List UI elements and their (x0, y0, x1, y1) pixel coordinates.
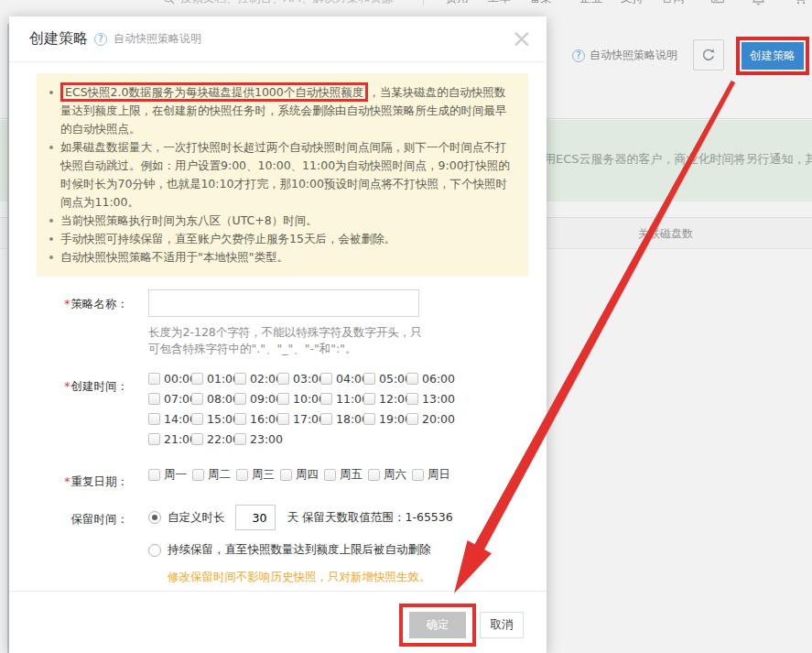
time-checkbox-0700[interactable]: 07:00 (148, 392, 191, 406)
time-checkbox-1900[interactable]: 19:00 (363, 412, 406, 426)
time-checkbox-1700[interactable]: 17:00 (277, 412, 320, 426)
ok-button[interactable]: 确定 (409, 612, 466, 638)
day-checkbox-tue[interactable]: 周二 (192, 467, 236, 483)
checkbox-icon (191, 433, 203, 445)
time-checkbox-1500[interactable]: 15:00 (191, 412, 234, 426)
checkbox-icon (191, 373, 203, 385)
policy-name-input[interactable] (148, 289, 419, 317)
checkbox-icon (363, 373, 375, 385)
time-checkbox-2100[interactable]: 21:00 (148, 432, 191, 446)
notice-item: ECS快照2.0数据服务为每块磁盘提供1000个自动快照额度，当某块磁盘的自动快… (48, 83, 514, 138)
policy-name-hint: 长度为2-128个字符，不能以特殊字符及数字开头，只可包含特殊字符中的"."、"… (148, 324, 432, 357)
time-checkbox-2000[interactable]: 20:00 (406, 412, 449, 426)
cancel-button[interactable]: 取消 (480, 612, 524, 638)
checkbox-icon (320, 373, 332, 385)
time-checkbox-1000[interactable]: 10:00 (277, 392, 320, 406)
checkbox-icon (191, 393, 203, 405)
radio-keep-forever[interactable] (148, 544, 161, 557)
notice-item: 当前快照策略执行时间为东八区（UTC+8）时间。 (48, 212, 514, 230)
question-icon: ? (94, 33, 107, 46)
modal-header: 创建策略 ? 自动快照策略说明 × (9, 16, 547, 62)
checkbox-icon (406, 373, 418, 385)
time-checkbox-0600[interactable]: 06:00 (406, 372, 449, 386)
checkbox-icon (320, 413, 332, 425)
retention-warning: 修改保留时间不影响历史快照，只对新增快照生效。 (168, 570, 453, 585)
checkbox-icon (320, 393, 332, 405)
checkbox-icon (234, 373, 246, 385)
checkbox-icon (148, 373, 160, 385)
retention-days-input[interactable] (235, 505, 276, 530)
notice-box: ECS快照2.0数据服务为每块磁盘提供1000个自动快照额度，当某块磁盘的自动快… (37, 73, 528, 277)
checkbox-icon (148, 413, 160, 425)
notice-item: 自动快照快照策略不适用于"本地快照"类型。 (48, 248, 514, 267)
checkbox-icon (363, 393, 375, 405)
annotation-box-ok: 确定 (399, 604, 476, 647)
annotation-box-quota: ECS快照2.0数据服务为每块磁盘提供1000个自动快照额度 (60, 82, 368, 102)
time-checkbox-0100[interactable]: 01:00 (191, 372, 234, 386)
checkbox-icon (148, 469, 160, 481)
screen: 搜索文档、控制台、API、解决方案和资源 费用 工单 备案 企业 支持 官网 ?… (0, 0, 812, 653)
checkbox-icon (191, 413, 203, 425)
day-checkbox-fri[interactable]: 周五 (324, 467, 368, 483)
create-policy-modal: 创建策略 ? 自动快照策略说明 × ECS快照2.0数据服务为每块磁盘提供100… (9, 16, 547, 653)
modal-help-link[interactable]: 自动快照策略说明 (114, 31, 201, 47)
time-checkbox-0000[interactable]: 00:00 (148, 372, 191, 386)
time-checkbox-0300[interactable]: 03:00 (277, 372, 320, 386)
modal-title: 创建策略 (29, 29, 88, 49)
modal-footer: 确定 取消 (9, 591, 547, 647)
time-checkbox-1300[interactable]: 13:00 (406, 392, 449, 406)
checkbox-icon (234, 433, 246, 445)
time-checkbox-2200[interactable]: 22:00 (191, 432, 234, 446)
checkbox-icon (148, 433, 160, 445)
checkbox-icon (236, 469, 248, 481)
checkbox-icon (368, 469, 380, 481)
time-checkbox-0200[interactable]: 02:00 (234, 372, 277, 386)
checkbox-icon (363, 413, 375, 425)
radio-custom-duration[interactable] (148, 511, 161, 524)
checkbox-icon (277, 393, 289, 405)
day-checkbox-wed[interactable]: 周三 (236, 467, 280, 483)
policy-form: *策略名称： 长度为2-128个字符，不能以特殊字符及数字开头，只可包含特殊字符… (9, 289, 547, 585)
notice-item: 如果磁盘数据量大，一次打快照时长超过两个自动快照时间点间隔，则下一个时间点不打快… (48, 138, 514, 212)
day-checkbox-thu[interactable]: 周四 (280, 467, 324, 483)
checkbox-icon (324, 469, 336, 481)
close-icon[interactable]: × (511, 24, 532, 53)
checkbox-icon (277, 373, 289, 385)
day-checkbox-sun[interactable]: 周日 (412, 467, 456, 483)
time-checkbox-1100[interactable]: 11:00 (320, 392, 363, 406)
time-checkbox-1600[interactable]: 16:00 (234, 412, 277, 426)
time-checkbox-1200[interactable]: 12:00 (363, 392, 406, 406)
time-checkbox-2300[interactable]: 23:00 (234, 432, 277, 446)
time-checkbox-0900[interactable]: 09:00 (234, 392, 277, 406)
time-checkbox-1400[interactable]: 14:00 (148, 412, 191, 426)
notice-item: 手动快照可持续保留，直至账户欠费停止服务15天后，会被删除。 (48, 230, 514, 248)
policy-name-label: *策略名称： (9, 289, 128, 357)
checkbox-icon (148, 393, 160, 405)
checkbox-icon (234, 413, 246, 425)
time-checkbox-0400[interactable]: 04:00 (320, 372, 363, 386)
create-time-label: *创建时间： (9, 372, 128, 452)
checkbox-icon (412, 469, 424, 481)
checkbox-icon (234, 393, 246, 405)
checkbox-icon (280, 469, 292, 481)
retention-label: 保留时间： (9, 505, 128, 585)
repeat-date-label: *重复日期： (9, 467, 128, 490)
checkbox-icon (406, 413, 418, 425)
time-checkbox-0800[interactable]: 08:00 (191, 392, 234, 406)
day-checkbox-sat[interactable]: 周六 (368, 467, 412, 483)
time-checkbox-1800[interactable]: 18:00 (320, 412, 363, 426)
day-checkbox-mon[interactable]: 周一 (148, 467, 192, 483)
checkbox-icon (192, 469, 204, 481)
checkbox-icon (406, 393, 418, 405)
time-checkbox-0500[interactable]: 05:00 (363, 372, 406, 386)
checkbox-icon (277, 413, 289, 425)
